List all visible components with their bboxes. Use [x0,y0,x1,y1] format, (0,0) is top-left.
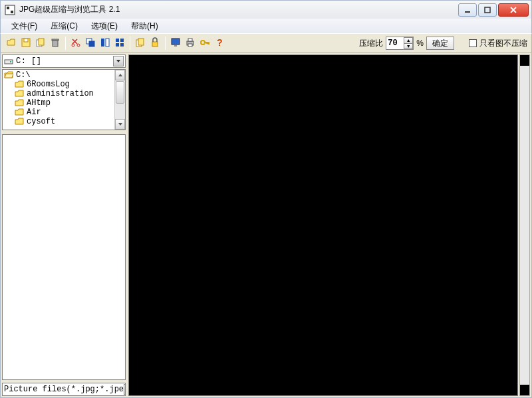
menu-help[interactable]: 帮助(H) [124,19,165,33]
separator [165,37,166,50]
scroll-thumb[interactable] [116,81,124,104]
ratio-input-group: ▲ ▼ [386,37,414,50]
confirm-button[interactable]: 确定 [426,37,454,50]
tree-item[interactable]: Air [4,108,124,117]
scroll-down-icon[interactable] [115,119,125,130]
menu-compress[interactable]: 压缩(C) [44,19,84,33]
copy-button[interactable] [34,37,47,50]
minimize-button[interactable] [458,3,477,17]
tree-item-label: 6RoomsLog [27,80,70,89]
ratio-spin-up[interactable]: ▲ [404,37,413,43]
scroll-up-icon[interactable] [520,55,529,66]
open-button[interactable] [5,37,18,50]
help-icon: ? [214,37,225,50]
tree-item[interactable]: 6RoomsLog [4,80,124,89]
copy2-icon [135,37,146,50]
folder-tree[interactable]: C:\ 6RoomsLog administration AHtmp Air c… [2,69,126,130]
folder-icon [15,90,24,98]
separator [65,37,66,50]
tree-root[interactable]: C:\ [4,70,124,80]
key-icon [200,37,210,50]
monitor-button[interactable] [169,37,182,50]
menu-options[interactable]: 选项(E) [84,19,124,33]
tree-item[interactable]: cysoft [4,117,124,126]
lock-icon [150,37,160,50]
help-button[interactable]: ? [213,37,226,50]
tree-item[interactable]: AHtmp [4,98,124,108]
tree-item-label: cysoft [27,117,55,126]
svg-rect-20 [120,43,124,47]
menubar: 文件(F) 压缩(C) 选项(E) 帮助(H) [0,19,532,33]
key-button[interactable] [198,37,211,50]
delete-icon [50,37,61,50]
close-button[interactable] [498,3,529,17]
toolbar: ? 压缩比 ▲ ▼ % 确定 只看图不压缩 [0,33,532,53]
confirm-button-label: 确定 [432,38,448,49]
svg-rect-1 [7,7,9,9]
file-list[interactable] [2,134,126,380]
svg-rect-3 [465,11,470,13]
svg-rect-19 [116,43,119,47]
print-icon [185,37,196,50]
tree-scrollbar[interactable] [114,70,125,130]
copy2-button[interactable] [134,37,147,50]
work-area: C: [] C:\ 6RoomsLog administration AHtmp… [0,53,532,398]
svg-text:?: ? [217,37,223,48]
folder-icon [15,80,24,88]
tree-item-label: administration [27,89,94,98]
svg-rect-6 [24,39,28,42]
drive-icon [4,57,13,65]
cascade-button[interactable] [84,37,97,50]
svg-rect-10 [52,39,59,41]
ratio-spin-down[interactable]: ▼ [404,43,413,49]
scroll-up-icon[interactable] [115,70,125,80]
svg-rect-2 [11,11,13,13]
svg-rect-18 [120,39,124,42]
svg-rect-28 [188,44,192,47]
left-panel: C: [] C:\ 6RoomsLog administration AHtmp… [1,53,127,397]
menu-file[interactable]: 文件(F) [5,19,44,33]
tree-item[interactable]: administration [4,89,124,98]
delete-button[interactable] [49,37,62,50]
svg-rect-14 [89,41,94,47]
svg-rect-31 [5,60,13,64]
tree-item-label: Air [27,108,41,117]
svg-rect-32 [10,61,11,62]
svg-point-11 [72,44,74,47]
lock-button[interactable] [148,37,162,50]
image-preview [128,54,518,396]
folder-icon [15,118,24,126]
print-button[interactable] [184,37,197,50]
save-icon [21,37,31,50]
svg-rect-16 [106,39,109,47]
scroll-down-icon[interactable] [520,385,529,395]
ratio-input[interactable] [386,37,404,49]
maximize-button[interactable] [478,3,497,17]
cascade-icon [85,37,96,50]
tree-item-label: AHtmp [27,98,51,108]
cut-button[interactable] [69,37,82,50]
view-only-checkbox[interactable]: 只看图不压缩 [469,38,527,49]
copy-icon [35,37,46,50]
separator [130,37,130,50]
monitor-icon [170,37,181,50]
svg-rect-27 [188,39,192,41]
filetype-combo[interactable]: Picture files(*.jpg;*.jpe [2,383,126,396]
open-icon [6,37,17,50]
drive-combo[interactable]: C: [] [2,54,126,68]
grid-button[interactable] [113,37,126,50]
preview-panel [127,53,531,397]
svg-rect-4 [485,7,490,13]
chevron-down-icon [124,384,126,395]
svg-point-12 [77,44,80,47]
preview-scrollbar[interactable] [519,54,530,396]
tile-button[interactable] [98,37,112,50]
grid-icon [114,37,125,50]
save-button[interactable] [19,37,33,50]
ratio-label: 压缩比 [359,38,383,49]
window-titlebar: JPG超级压缩与浏览工具 2.1 [0,0,532,19]
svg-rect-23 [152,42,158,47]
svg-rect-9 [53,41,58,47]
folder-open-icon [4,71,13,79]
drive-combo-text: C: [] [16,56,42,66]
